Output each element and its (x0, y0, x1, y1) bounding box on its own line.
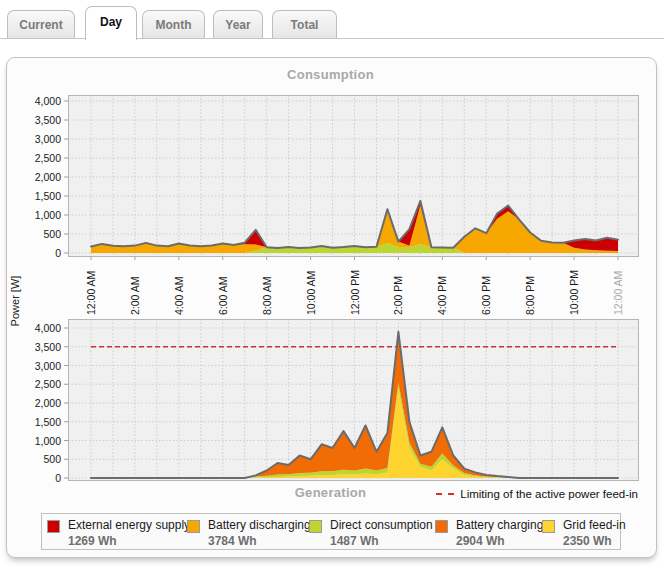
svg-text:8:00 AM: 8:00 AM (261, 276, 273, 315)
svg-text:2,000: 2,000 (35, 171, 61, 183)
limit-line-note: Limiting of the active power feed-in (436, 487, 638, 501)
svg-text:2:00 PM: 2:00 PM (392, 276, 404, 315)
consumption-chart: 05001,0001,5002,0002,5003,0003,5004,0001… (7, 89, 654, 327)
svg-text:0: 0 (55, 247, 61, 259)
svg-text:8:00 PM: 8:00 PM (524, 276, 536, 315)
svg-text:6:00 PM: 6:00 PM (480, 276, 492, 315)
legend-item-battery-charging: Battery charging2904 Wh (435, 518, 543, 548)
svg-text:2,500: 2,500 (35, 152, 61, 164)
svg-text:1,000: 1,000 (35, 435, 61, 447)
svg-text:4:00 PM: 4:00 PM (436, 276, 448, 315)
svg-text:12:00 PM: 12:00 PM (349, 270, 361, 315)
svg-text:12:00 AM: 12:00 AM (612, 271, 624, 315)
limit-line-label: Limiting of the active power feed-in (460, 488, 638, 500)
svg-text:3,500: 3,500 (35, 341, 61, 353)
legend-value: 1487 Wh (330, 534, 433, 548)
svg-text:10:00 AM: 10:00 AM (305, 271, 317, 315)
legend-swatch-grid-feedin (542, 520, 555, 533)
legend-item-direct-consumption: Direct consumption1487 Wh (309, 518, 433, 548)
generation-chart: 05001,0001,5002,0002,5003,0003,5004,000 (7, 316, 654, 488)
legend-swatch-external-supply (47, 520, 60, 533)
tab-month[interactable]: Month (142, 10, 205, 39)
legend-value: 2904 Wh (456, 534, 543, 548)
svg-text:1,500: 1,500 (35, 190, 61, 202)
legend-label: Direct consumption (330, 518, 433, 532)
svg-text:4:00 AM: 4:00 AM (173, 276, 185, 315)
legend: External energy supply1269 WhBattery dis… (41, 513, 621, 550)
svg-text:500: 500 (43, 453, 61, 465)
svg-text:1,500: 1,500 (35, 416, 61, 428)
svg-text:4,000: 4,000 (35, 322, 61, 334)
svg-text:4,000: 4,000 (35, 95, 61, 107)
legend-label: Battery discharging (208, 518, 311, 532)
svg-text:0: 0 (55, 472, 61, 484)
svg-text:6:00 AM: 6:00 AM (217, 276, 229, 315)
legend-item-battery-discharging: Battery discharging3784 Wh (187, 518, 311, 548)
svg-text:10:00 PM: 10:00 PM (568, 270, 580, 315)
legend-item-external-supply: External energy supply1269 Wh (47, 518, 190, 548)
tab-current[interactable]: Current (7, 10, 75, 39)
energy-balance-panel: Consumption 05001,0001,5002,0002,5003,00… (6, 57, 657, 558)
consumption-chart-title: Consumption (7, 67, 654, 82)
legend-label: Grid feed-in (563, 518, 626, 532)
legend-swatch-battery-discharging (187, 520, 200, 533)
svg-text:1,000: 1,000 (35, 209, 61, 221)
svg-text:2:00 AM: 2:00 AM (129, 276, 141, 315)
svg-text:3,500: 3,500 (35, 114, 61, 126)
svg-text:2,000: 2,000 (35, 397, 61, 409)
svg-text:12:00 AM: 12:00 AM (85, 271, 97, 315)
tab-year[interactable]: Year (213, 10, 263, 39)
legend-value: 1269 Wh (68, 534, 190, 548)
tab-day[interactable]: Day (85, 6, 137, 40)
legend-value: 3784 Wh (208, 534, 311, 548)
legend-swatch-battery-charging (435, 520, 448, 533)
limit-line-dash-icon (436, 493, 454, 495)
legend-swatch-direct-consumption (309, 520, 322, 533)
svg-text:3,000: 3,000 (35, 360, 61, 372)
svg-text:2,500: 2,500 (35, 378, 61, 390)
svg-text:500: 500 (43, 228, 61, 240)
legend-label: External energy supply (68, 518, 190, 532)
legend-item-grid-feedin: Grid feed-in2350 Wh (542, 518, 626, 548)
tab-total[interactable]: Total (272, 10, 337, 39)
svg-text:3,000: 3,000 (35, 133, 61, 145)
legend-label: Battery charging (456, 518, 543, 532)
legend-value: 2350 Wh (563, 534, 626, 548)
